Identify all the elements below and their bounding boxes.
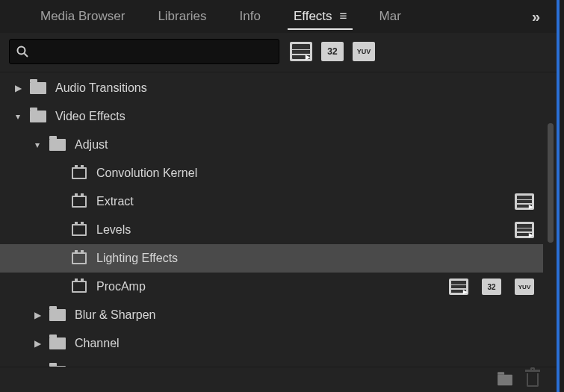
folder-icon bbox=[30, 82, 46, 94]
effect-extract[interactable]: ▶ Extract bbox=[0, 187, 557, 216]
tab-effects-label: Effects bbox=[294, 9, 332, 24]
folder-icon bbox=[49, 366, 66, 367]
folder-icon bbox=[30, 111, 46, 122]
svg-point-0 bbox=[18, 47, 25, 55]
panel-menu-icon[interactable]: ≡ bbox=[340, 9, 347, 24]
effect-label: Levels bbox=[96, 223, 557, 237]
accelerated-badge-icon bbox=[515, 222, 534, 238]
chevron-down-icon: ▾ bbox=[12, 111, 24, 122]
chevron-right-icon: ▶ bbox=[31, 338, 43, 349]
tabs-overflow-icon[interactable]: » bbox=[527, 8, 545, 25]
trash-icon[interactable] bbox=[527, 373, 539, 387]
filter-icons: 32 YUV bbox=[290, 42, 375, 61]
folder-label: Channel bbox=[75, 337, 557, 350]
folder-icon bbox=[49, 309, 66, 321]
effect-label: Convolution Kernel bbox=[96, 167, 557, 180]
32bit-badge-icon: 32 bbox=[482, 279, 501, 295]
effect-badges bbox=[515, 187, 534, 216]
effect-convolution-kernel[interactable]: ▶ Convolution Kernel bbox=[0, 159, 557, 187]
yuv-badge-icon: YUV bbox=[515, 279, 534, 295]
effect-icon bbox=[72, 281, 87, 293]
chevron-down-icon: ▾ bbox=[31, 140, 43, 150]
effect-icon bbox=[72, 196, 87, 208]
effect-badges: 32 YUV bbox=[449, 273, 534, 301]
folder-label: Color Correction bbox=[75, 365, 557, 367]
search-input[interactable] bbox=[34, 46, 273, 57]
effect-icon bbox=[72, 252, 87, 264]
effect-lighting-effects[interactable]: ▶ Lighting Effects bbox=[0, 244, 543, 273]
filter-yuv-icon[interactable]: YUV bbox=[353, 42, 375, 61]
tree-folder-video-effects[interactable]: ▾ Video Effects bbox=[0, 102, 557, 131]
search-icon bbox=[16, 45, 29, 58]
tab-libraries[interactable]: Libraries bbox=[141, 0, 223, 33]
tab-effects[interactable]: Effects ≡ bbox=[277, 0, 363, 33]
tree-folder-channel[interactable]: ▶ Channel bbox=[0, 329, 557, 358]
accelerated-badge-icon bbox=[449, 279, 468, 295]
folder-label: Blur & Sharpen bbox=[75, 308, 557, 322]
panel-footer bbox=[0, 367, 557, 392]
effect-icon bbox=[72, 224, 87, 236]
folder-icon bbox=[49, 139, 66, 151]
accelerated-badge-icon bbox=[515, 193, 534, 210]
effect-icon bbox=[72, 167, 87, 179]
filter-32bit-icon[interactable]: 32 bbox=[321, 42, 344, 61]
folder-label: Audio Transitions bbox=[55, 81, 557, 95]
effects-tree: ▶ Audio Transitions ▾ Video Effects ▾ Ad… bbox=[0, 72, 557, 367]
folder-label: Video Effects bbox=[55, 110, 557, 123]
search-box[interactable] bbox=[9, 39, 279, 64]
tab-media-browser[interactable]: Media Browser bbox=[24, 0, 141, 33]
scrollbar-thumb[interactable] bbox=[548, 123, 554, 243]
effect-procamp[interactable]: ▶ ProcAmp 32 YUV bbox=[0, 273, 557, 301]
chevron-right-icon: ▶ bbox=[31, 310, 43, 320]
svg-line-1 bbox=[25, 54, 28, 57]
chevron-right-icon: ▶ bbox=[12, 83, 24, 93]
new-bin-icon[interactable] bbox=[498, 374, 512, 385]
filter-accelerated-icon[interactable] bbox=[290, 42, 312, 61]
tree-folder-adjust[interactable]: ▾ Adjust bbox=[0, 131, 557, 159]
panel-tabs: Media Browser Libraries Info Effects ≡ M… bbox=[0, 0, 557, 33]
tab-markers[interactable]: Mar bbox=[363, 0, 418, 33]
folder-icon bbox=[49, 337, 66, 349]
tree-folder-color-correction[interactable]: ▶ Color Correction bbox=[0, 358, 557, 367]
tab-info[interactable]: Info bbox=[223, 0, 277, 33]
search-row: 32 YUV bbox=[0, 33, 557, 72]
effect-levels[interactable]: ▶ Levels bbox=[0, 216, 557, 244]
folder-label: Adjust bbox=[75, 138, 557, 152]
tree-folder-audio-transitions[interactable]: ▶ Audio Transitions bbox=[0, 74, 557, 102]
tree-folder-blur-sharpen[interactable]: ▶ Blur & Sharpen bbox=[0, 301, 557, 329]
effect-label: Lighting Effects bbox=[96, 252, 543, 265]
effect-label: Extract bbox=[96, 195, 557, 208]
effect-badges bbox=[515, 216, 534, 244]
